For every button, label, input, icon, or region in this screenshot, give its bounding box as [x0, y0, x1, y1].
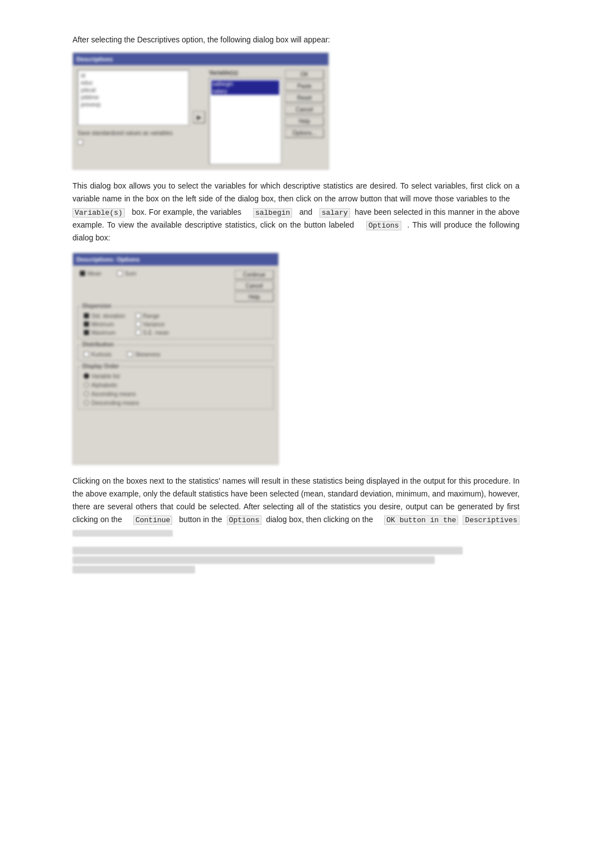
cancel-button[interactable]: Cancel: [285, 105, 324, 114]
descriptives-tag: Descriptives: [463, 515, 520, 525]
distribution-group: Distribution Kurtosis Skewness: [77, 345, 274, 361]
variables-label: Variable(s):: [209, 70, 282, 76]
descriptives-dialog-image: Descriptives id educ jobcat jobtime prev…: [72, 52, 329, 170]
options-tag2: Options: [227, 515, 262, 525]
move-arrow-btn[interactable]: ▶: [193, 111, 205, 123]
reset-button[interactable]: Reset: [285, 93, 324, 103]
ascending-means-radio[interactable]: [84, 391, 89, 397]
dialog2-title: Descriptives: Options: [76, 256, 140, 263]
dialog1-right-panel: Variable(s): salbegin salary: [209, 70, 282, 165]
dialog1-var-list: id educ jobcat jobtime prevexp: [77, 70, 189, 126]
save-std-label: Save standardized values as variables: [77, 130, 189, 136]
mean-checkbox[interactable]: [80, 271, 85, 276]
save-checkbox-row: [77, 139, 189, 145]
intro-text: After selecting the Descriptives option,…: [72, 35, 330, 44]
dialog1-buttons: OK Paste Reset Cancel Help Options...: [285, 70, 324, 165]
minimum-label: Minimum: [91, 321, 114, 327]
list-item-educ: educ: [80, 79, 187, 86]
maximum-checkbox[interactable]: [84, 330, 89, 335]
skewness-checkbox[interactable]: [127, 351, 133, 357]
mean-item: Mean: [80, 271, 101, 277]
range-item: Range: [135, 313, 169, 319]
variable-list-item: Variable list: [84, 373, 268, 379]
dialog1-title: Descriptives: [76, 56, 113, 62]
maximum-item: Maximum: [84, 330, 125, 336]
variable-list-label: Variable list: [91, 373, 120, 379]
std-dev-checkbox[interactable]: [84, 313, 89, 319]
dialog1-selected-vars: salbegin salary: [209, 78, 282, 165]
dialog1-title-bar: Descriptives: [73, 53, 328, 65]
ok-tag: OK button in the: [384, 515, 458, 525]
distribution-title: Distribution: [81, 341, 115, 348]
variance-checkbox[interactable]: [135, 321, 141, 327]
list-item-prevexp: prevexp: [80, 101, 187, 108]
display-order-title: Display Order: [81, 363, 120, 369]
descending-means-radio[interactable]: [84, 400, 89, 406]
continue-btn[interactable]: Continue: [235, 270, 274, 279]
se-mean-label: S.E. mean: [143, 330, 169, 336]
kurtosis-label: Kurtosis: [91, 351, 111, 358]
descending-means-item: Descending means: [84, 400, 268, 406]
kurtosis-item: Kurtosis: [84, 351, 111, 358]
list-item-jobcat: jobcat: [80, 86, 187, 94]
se-mean-checkbox[interactable]: [135, 330, 141, 335]
body-paragraph-2: Clicking on the boxes next to the statis…: [72, 475, 520, 539]
ok-button[interactable]: OK: [285, 70, 324, 79]
descending-means-label: Descending means: [91, 400, 139, 406]
std-dev-label: Std. deviation: [91, 313, 125, 319]
page-content: After selecting the Descriptives option,…: [72, 33, 520, 573]
body-paragraph-1: This dialog box allows you to select the…: [72, 180, 520, 244]
options-dialog-image: Descriptives: Options Mean Sum Continue: [72, 253, 279, 465]
dialog2-body: Mean Sum Continue Cancel Help Dispersion: [73, 266, 278, 464]
blurred-line-3: [72, 566, 195, 573]
variance-item: Variance: [135, 321, 169, 327]
blurred-continuation-1: [72, 530, 173, 537]
dialog1-left-panel: id educ jobcat jobtime prevexp Save stan…: [77, 70, 189, 165]
intro-paragraph: After selecting the Descriptives option,…: [72, 33, 520, 46]
std-dev-item: Std. deviation: [84, 313, 125, 319]
save-checkbox: [77, 139, 83, 145]
sum-label: Sum: [125, 271, 137, 277]
kurtosis-checkbox[interactable]: [84, 351, 89, 357]
sum-item: Sum: [117, 271, 137, 277]
mean-label: Mean: [88, 271, 101, 277]
minimum-checkbox[interactable]: [84, 321, 89, 327]
variance-label: Variance: [143, 321, 165, 327]
options-button[interactable]: Options...: [285, 128, 324, 138]
sum-checkbox[interactable]: [117, 271, 123, 276]
options-tag: Options: [366, 221, 401, 230]
se-mean-item: S.E. mean: [135, 330, 169, 336]
alphabetic-item: Alphabetic: [84, 382, 268, 388]
cancel-btn[interactable]: Cancel: [235, 281, 274, 291]
ascending-means-label: Ascending means: [91, 391, 136, 397]
arrow-button-area: ▶: [192, 70, 206, 165]
blurred-line-2: [72, 556, 435, 564]
ascending-means-item: Ascending means: [84, 391, 268, 397]
dispersion-title: Dispersion: [81, 303, 113, 309]
blurred-lines-block: [72, 547, 520, 573]
skewness-label: Skewness: [135, 351, 161, 358]
alphabetic-label: Alphabetic: [91, 382, 118, 388]
dispersion-group: Dispersion Std. deviation Minimum: [77, 306, 274, 339]
display-order-group: Display Order Variable list Alphabetic A…: [77, 367, 274, 409]
minimum-item: Minimum: [84, 321, 125, 327]
variable-list-radio[interactable]: [84, 373, 89, 379]
selected-salbegin: salbegin: [211, 80, 279, 88]
alphabetic-radio[interactable]: [84, 382, 89, 388]
maximum-label: Maximum: [91, 330, 115, 336]
paste-button[interactable]: Paste: [285, 81, 324, 91]
blurred-line-1: [72, 547, 463, 554]
list-item-id: id: [80, 72, 187, 79]
list-item-jobtime: jobtime: [80, 94, 187, 101]
range-checkbox[interactable]: [135, 313, 141, 319]
help-button[interactable]: Help: [285, 117, 324, 126]
dialog1-body: id educ jobcat jobtime prevexp Save stan…: [73, 65, 328, 169]
variables-tag: Variable(s): [72, 208, 125, 218]
selected-salary: salary: [211, 88, 279, 95]
range-label: Range: [143, 313, 159, 319]
dialog2-title-bar: Descriptives: Options: [73, 253, 278, 266]
continue-tag: Continue: [133, 515, 172, 525]
salary-tag: salary: [319, 208, 350, 218]
help-btn[interactable]: Help: [235, 292, 274, 302]
salbegin-tag: salbegin: [253, 208, 292, 218]
